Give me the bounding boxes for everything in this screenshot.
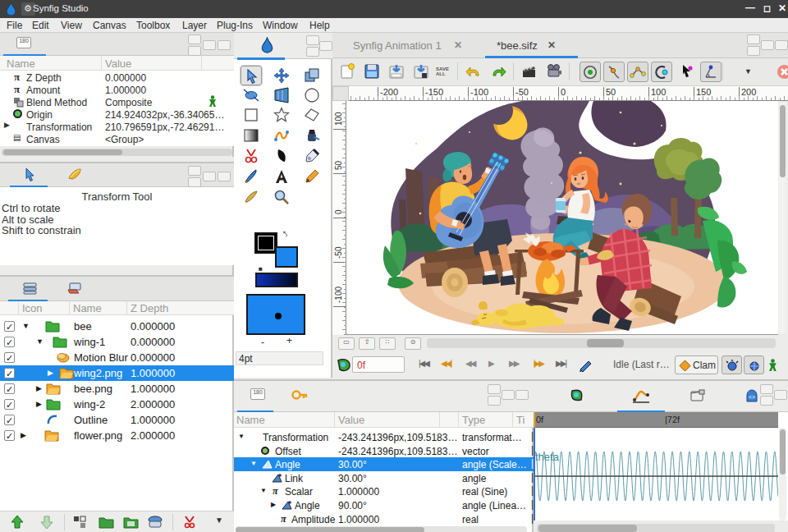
svg-text:<>: <> xyxy=(749,394,755,400)
